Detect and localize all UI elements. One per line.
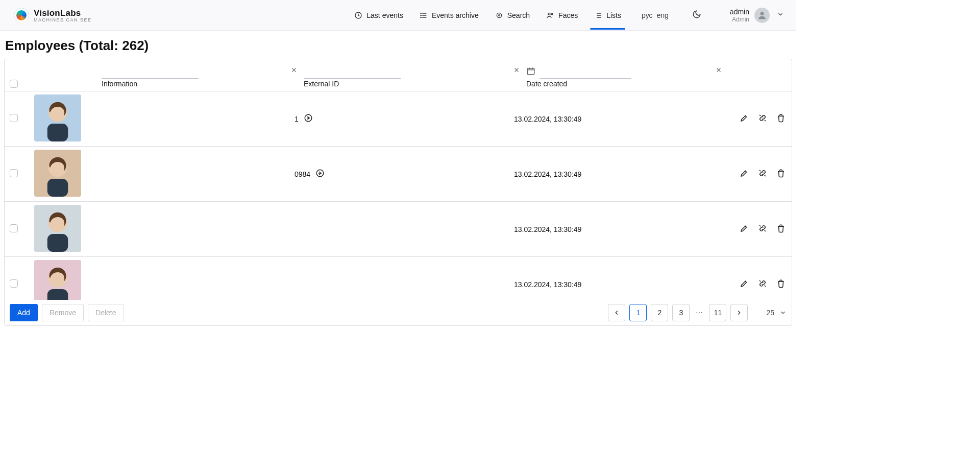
lists-icon	[594, 11, 602, 19]
clear-icon[interactable]	[513, 66, 520, 75]
nav-last-events[interactable]: Last events	[353, 1, 404, 30]
page-title: Employees (Total: 262)	[5, 38, 791, 54]
unlink-icon[interactable]	[758, 113, 767, 124]
svg-point-7	[551, 13, 553, 14]
pager-prev[interactable]	[608, 304, 625, 321]
row-actions	[713, 224, 790, 234]
row-checkbox[interactable]	[10, 114, 18, 122]
chevron-left-icon	[613, 309, 620, 316]
page-size-value: 25	[766, 309, 774, 317]
brand-tagline: MACHINES CAN SEE	[34, 17, 92, 22]
employee-photo[interactable]	[34, 150, 81, 197]
pager-ellipsis: ⋯	[694, 309, 705, 317]
information-filter-input[interactable]	[102, 64, 199, 79]
nav-label: Last events	[366, 11, 403, 19]
svg-point-2	[421, 15, 421, 15]
app-bar: VisionLabs MACHINES CAN SEE Last events …	[0, 0, 796, 31]
cell-external-id: 0984	[295, 169, 514, 179]
user-role: Admin	[730, 16, 749, 23]
nav-faces[interactable]: Faces	[545, 1, 579, 30]
trash-icon[interactable]	[776, 169, 786, 179]
table-row: 1 13.02.2024, 13:30:49	[5, 91, 792, 147]
trash-icon[interactable]	[776, 224, 786, 234]
edit-icon[interactable]	[740, 279, 749, 290]
trash-icon[interactable]	[776, 279, 786, 290]
clear-icon[interactable]	[290, 66, 298, 75]
employee-photo[interactable]	[34, 260, 81, 300]
list-bullet-icon	[420, 11, 428, 19]
svg-rect-12	[47, 124, 68, 142]
edit-icon[interactable]	[740, 224, 749, 234]
remove-button[interactable]: Remove	[42, 304, 84, 321]
page-size[interactable]: 25	[766, 309, 787, 317]
arrow-right-circle-icon[interactable]	[315, 169, 325, 179]
trash-icon[interactable]	[776, 113, 786, 124]
lang-rus[interactable]: рус	[642, 11, 652, 19]
row-checkbox[interactable]	[10, 279, 18, 288]
svg-point-5	[498, 14, 500, 16]
edit-icon[interactable]	[740, 113, 749, 124]
employee-photo[interactable]	[34, 205, 81, 252]
external-id-filter-input[interactable]	[304, 64, 401, 79]
brand-logo	[14, 8, 29, 22]
pager: 123⋯11 25	[608, 304, 787, 321]
edit-icon[interactable]	[740, 169, 749, 179]
svg-point-1	[421, 13, 421, 13]
svg-point-4	[497, 13, 501, 17]
table-row: 0984 13.02.2024, 13:30:49	[5, 147, 792, 202]
row-actions	[713, 113, 790, 124]
arrow-right-circle-icon[interactable]	[304, 113, 313, 124]
select-all-checkbox[interactable]	[10, 80, 18, 88]
unlink-icon[interactable]	[758, 279, 767, 290]
nav-lists[interactable]: Lists	[593, 1, 622, 30]
table-body[interactable]: 1 13.02.2024, 13:30:49 0984 13.02.2024, …	[5, 91, 792, 300]
nav-events-archive[interactable]: Events archive	[419, 1, 480, 30]
column-label: Date created	[526, 80, 725, 88]
row-checkbox[interactable]	[10, 224, 18, 232]
pager-page[interactable]: 2	[651, 304, 668, 321]
target-search-icon	[495, 11, 503, 19]
col-external-id: External ID	[304, 64, 523, 88]
user-text: admin Admin	[730, 8, 749, 23]
employees-panel: Information External ID Date create	[4, 59, 792, 326]
pager-page[interactable]: 11	[709, 304, 726, 321]
unlink-icon[interactable]	[758, 224, 767, 234]
clear-icon[interactable]	[715, 66, 722, 75]
svg-rect-23	[47, 289, 68, 300]
unlink-icon[interactable]	[758, 169, 767, 179]
table-row: 13.02.2024, 13:30:49	[5, 257, 792, 300]
col-date-created: Date created	[526, 64, 725, 88]
user-menu[interactable]: admin Admin	[730, 8, 784, 23]
row-actions	[713, 169, 790, 179]
pager-next[interactable]	[730, 304, 748, 321]
table-head: Information External ID Date create	[5, 59, 792, 91]
table-footer: Add Remove Delete 123⋯11 25	[5, 300, 792, 325]
external-id-value: 1	[295, 115, 299, 123]
top-nav: Last events Events archive Search Faces …	[353, 1, 784, 30]
cell-external-id: 1	[295, 113, 514, 124]
row-checkbox[interactable]	[10, 169, 18, 177]
filter-information	[102, 64, 301, 79]
column-label: External ID	[304, 80, 523, 88]
add-button[interactable]: Add	[10, 304, 38, 321]
calendar-icon[interactable]	[526, 66, 535, 77]
employee-photo[interactable]	[34, 95, 81, 142]
nav-label: Search	[507, 11, 530, 19]
svg-rect-20	[47, 234, 68, 252]
user-icon	[757, 10, 767, 20]
moon-icon	[692, 10, 701, 19]
theme-toggle[interactable]	[692, 10, 701, 20]
date-filter-input[interactable]	[540, 64, 631, 79]
language-switch: рус eng	[642, 11, 669, 19]
pager-page[interactable]: 3	[672, 304, 690, 321]
row-actions	[713, 279, 790, 290]
delete-button[interactable]: Delete	[88, 304, 124, 321]
nav-label: Lists	[606, 11, 621, 19]
nav-search[interactable]: Search	[494, 1, 531, 30]
table-row: 13.02.2024, 13:30:49	[5, 202, 792, 257]
chevron-down-icon	[777, 11, 784, 19]
lang-eng[interactable]: eng	[657, 11, 669, 19]
pager-page[interactable]: 1	[629, 304, 647, 321]
cell-date-created: 13.02.2024, 13:30:49	[514, 115, 713, 123]
svg-point-6	[548, 13, 550, 15]
